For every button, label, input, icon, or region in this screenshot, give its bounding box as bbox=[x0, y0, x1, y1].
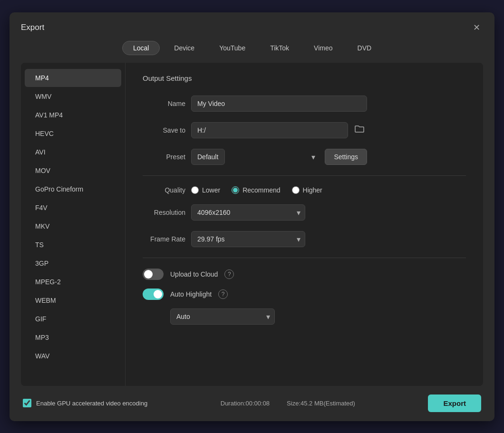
format-hevc[interactable]: HEVC bbox=[25, 125, 121, 143]
quality-label: Quality bbox=[143, 186, 185, 194]
output-settings-title: Output Settings bbox=[143, 74, 466, 82]
resolution-select[interactable]: 4096x2160 bbox=[191, 204, 305, 221]
output-panel: Output Settings Name Save to bbox=[126, 63, 483, 386]
frame-rate-row: Frame Rate 29.97 fps bbox=[143, 231, 466, 247]
auto-dropdown-wrapper: Auto bbox=[170, 308, 275, 325]
tab-youtube[interactable]: YouTube bbox=[209, 41, 256, 55]
gpu-checkbox-label[interactable]: Enable GPU accelerated video encoding bbox=[23, 399, 147, 407]
gpu-label: Enable GPU accelerated video encoding bbox=[36, 400, 147, 407]
format-mkv[interactable]: MKV bbox=[25, 217, 121, 235]
preset-row: Preset Default Settings bbox=[143, 149, 466, 165]
tab-tiktok[interactable]: TikTok bbox=[260, 41, 300, 55]
format-ts[interactable]: TS bbox=[25, 236, 121, 254]
quality-lower-label: Lower bbox=[202, 186, 220, 194]
dialog-header: Export ✕ bbox=[10, 12, 494, 41]
upload-cloud-toggle[interactable] bbox=[143, 269, 164, 280]
format-wmv[interactable]: WMV bbox=[25, 87, 121, 106]
format-list: MP4 WMV AV1 MP4 HEVC AVI MOV GoPro Cinef… bbox=[21, 63, 126, 386]
save-to-field bbox=[191, 122, 367, 138]
resolution-select-wrapper: 4096x2160 bbox=[191, 204, 305, 221]
auto-highlight-slider bbox=[143, 289, 164, 300]
quality-lower-radio[interactable] bbox=[191, 186, 199, 194]
quality-higher-option[interactable]: Higher bbox=[292, 186, 322, 194]
preset-field: Default Settings bbox=[191, 149, 367, 165]
format-mov[interactable]: MOV bbox=[25, 162, 121, 180]
format-f4v[interactable]: F4V bbox=[25, 199, 121, 217]
frame-rate-label: Frame Rate bbox=[143, 235, 185, 243]
divider-2 bbox=[143, 258, 466, 258]
divider-1 bbox=[143, 175, 466, 176]
content-area: MP4 WMV AV1 MP4 HEVC AVI MOV GoPro Cinef… bbox=[21, 63, 483, 386]
quality-recommend-radio[interactable] bbox=[232, 186, 239, 194]
export-button[interactable]: Export bbox=[428, 395, 481, 412]
close-button[interactable]: ✕ bbox=[470, 21, 483, 34]
format-gopro[interactable]: GoPro Cineform bbox=[25, 180, 121, 198]
upload-cloud-row: Upload to Cloud ? bbox=[143, 269, 466, 280]
size-info: Size:45.2 MB(Estimated) bbox=[287, 400, 355, 407]
upload-cloud-label: Upload to Cloud bbox=[170, 270, 218, 278]
upload-cloud-help-icon[interactable]: ? bbox=[224, 269, 234, 279]
format-mpeg2[interactable]: MPEG-2 bbox=[25, 273, 121, 291]
quality-higher-label: Higher bbox=[303, 186, 322, 194]
frame-rate-select-wrapper: 29.97 fps bbox=[191, 231, 305, 247]
auto-dropdown-row: Auto bbox=[170, 308, 466, 325]
footer: Enable GPU accelerated video encoding Du… bbox=[10, 386, 494, 421]
tab-device[interactable]: Device bbox=[164, 41, 205, 55]
auto-highlight-label: Auto Highlight bbox=[170, 290, 212, 298]
format-gif[interactable]: GIF bbox=[25, 310, 121, 328]
format-3gp[interactable]: 3GP bbox=[25, 254, 121, 272]
auto-highlight-row: Auto Highlight ? bbox=[143, 289, 466, 300]
preset-select-wrapper: Default bbox=[191, 149, 320, 165]
format-av1mp4[interactable]: AV1 MP4 bbox=[25, 106, 121, 124]
save-to-input[interactable] bbox=[191, 122, 348, 138]
dialog-title: Export bbox=[21, 23, 44, 32]
duration-info: Duration:00:00:08 bbox=[221, 400, 270, 407]
name-label: Name bbox=[143, 100, 185, 107]
tab-vimeo[interactable]: Vimeo bbox=[303, 41, 343, 55]
preset-select[interactable]: Default bbox=[191, 149, 225, 165]
quality-row: Quality Lower Recommend Higher bbox=[143, 186, 466, 194]
format-webm[interactable]: WEBM bbox=[25, 291, 121, 309]
quality-options: Lower Recommend Higher bbox=[191, 186, 322, 194]
export-dialog: Export ✕ Local Device YouTube TikTok Vim… bbox=[10, 12, 494, 421]
auto-highlight-help-icon[interactable]: ? bbox=[218, 289, 228, 299]
resolution-row: Resolution 4096x2160 bbox=[143, 204, 466, 221]
footer-info: Duration:00:00:08 Size:45.2 MB(Estimated… bbox=[159, 400, 417, 407]
format-avi[interactable]: AVI bbox=[25, 143, 121, 161]
tab-dvd[interactable]: DVD bbox=[347, 41, 382, 55]
quality-lower-option[interactable]: Lower bbox=[191, 186, 220, 194]
format-mp3[interactable]: MP3 bbox=[25, 328, 121, 346]
quality-recommend-label: Recommend bbox=[242, 186, 280, 194]
auto-highlight-toggle[interactable] bbox=[143, 289, 164, 300]
format-mp4[interactable]: MP4 bbox=[25, 69, 121, 87]
settings-button[interactable]: Settings bbox=[325, 149, 367, 165]
save-to-label: Save to bbox=[143, 126, 185, 134]
resolution-label: Resolution bbox=[143, 209, 185, 216]
upload-cloud-slider bbox=[143, 269, 164, 280]
quality-recommend-option[interactable]: Recommend bbox=[232, 186, 280, 194]
name-row: Name bbox=[143, 96, 466, 112]
tab-local[interactable]: Local bbox=[122, 41, 160, 55]
tabs-bar: Local Device YouTube TikTok Vimeo DVD bbox=[10, 41, 494, 63]
quality-higher-radio[interactable] bbox=[292, 186, 300, 194]
preset-label: Preset bbox=[143, 153, 185, 161]
name-input[interactable] bbox=[191, 96, 367, 112]
save-to-row: Save to bbox=[143, 122, 466, 138]
folder-browse-button[interactable] bbox=[352, 123, 367, 137]
auto-dropdown-select[interactable]: Auto bbox=[170, 308, 275, 325]
gpu-checkbox[interactable] bbox=[23, 399, 31, 407]
format-wav[interactable]: WAV bbox=[25, 347, 121, 365]
frame-rate-select[interactable]: 29.97 fps bbox=[191, 231, 305, 247]
